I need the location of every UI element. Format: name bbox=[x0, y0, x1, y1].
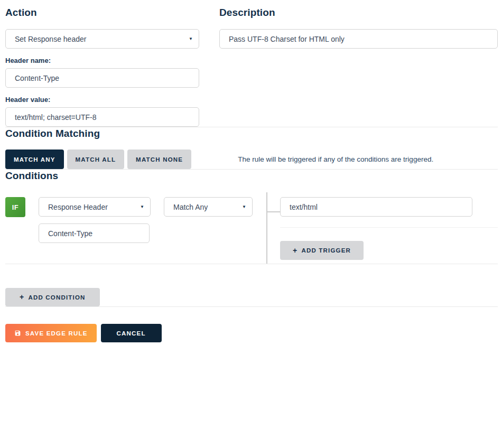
condition-type-group: Response Header ▼ bbox=[39, 197, 151, 243]
plus-icon: + bbox=[293, 246, 298, 255]
conditions-title: Conditions bbox=[5, 170, 498, 182]
condition-matching-row: MATCH ANY MATCH ALL MATCH NONE The rule … bbox=[5, 150, 498, 169]
match-none-button[interactable]: MATCH NONE bbox=[127, 150, 191, 169]
condition-type-select[interactable]: Response Header ▼ bbox=[39, 197, 151, 217]
description-title: Description bbox=[219, 6, 498, 18]
condition-match-select-value[interactable]: Match Any bbox=[164, 197, 253, 217]
match-any-button[interactable]: MATCH ANY bbox=[5, 150, 64, 169]
cancel-button[interactable]: CANCEL bbox=[101, 324, 162, 342]
condition-connector-branch bbox=[267, 211, 280, 212]
description-column: Description bbox=[219, 6, 498, 49]
action-title: Action bbox=[5, 6, 199, 18]
header-name-label: Header name: bbox=[5, 57, 199, 65]
section-divider bbox=[5, 306, 498, 307]
condition-match-group: Match Any ▼ bbox=[164, 197, 253, 217]
condition-connector-line bbox=[266, 192, 267, 264]
save-edge-rule-label: SAVE EDGE RULE bbox=[25, 330, 88, 337]
edge-rule-editor: Action Set Response header ▼ Header name… bbox=[0, 0, 502, 342]
match-all-button[interactable]: MATCH ALL bbox=[67, 150, 125, 169]
add-trigger-button[interactable]: + ADD TRIGGER bbox=[280, 241, 364, 260]
action-column: Action Set Response header ▼ Header name… bbox=[5, 6, 199, 127]
section-divider bbox=[5, 264, 498, 264]
header-value-input[interactable] bbox=[5, 107, 199, 127]
condition-row: IF Response Header ▼ Match Any ▼ + ADD T… bbox=[5, 197, 498, 264]
header-value-label: Header value: bbox=[5, 96, 199, 104]
condition-matching-title: Condition Matching bbox=[5, 127, 498, 139]
condition-match-select[interactable]: Match Any ▼ bbox=[164, 197, 253, 217]
plus-icon: + bbox=[20, 293, 24, 301]
action-type-select-value[interactable]: Set Response header bbox=[5, 29, 199, 49]
condition-parameter-input[interactable] bbox=[39, 223, 150, 243]
trigger-value-input[interactable] bbox=[280, 197, 472, 217]
trigger-divider bbox=[280, 227, 498, 228]
trigger-group: + ADD TRIGGER bbox=[280, 197, 498, 260]
condition-type-select-value[interactable]: Response Header bbox=[39, 197, 151, 217]
if-badge: IF bbox=[5, 197, 25, 217]
add-condition-button[interactable]: + ADD CONDITION bbox=[5, 288, 100, 306]
save-edge-rule-button[interactable]: SAVE EDGE RULE bbox=[5, 324, 97, 342]
add-trigger-label: ADD TRIGGER bbox=[301, 247, 351, 254]
header-name-input[interactable] bbox=[5, 68, 199, 88]
footer-actions: SAVE EDGE RULE CANCEL bbox=[5, 324, 498, 342]
add-condition-label: ADD CONDITION bbox=[28, 294, 85, 301]
action-description-section: Action Set Response header ▼ Header name… bbox=[5, 6, 498, 127]
condition-matching-helper-text: The rule will be triggered if any of the… bbox=[238, 155, 433, 163]
match-mode-button-group: MATCH ANY MATCH ALL MATCH NONE bbox=[5, 150, 194, 169]
description-input[interactable] bbox=[219, 29, 498, 49]
action-type-select[interactable]: Set Response header ▼ bbox=[5, 29, 199, 49]
save-icon bbox=[14, 330, 21, 337]
